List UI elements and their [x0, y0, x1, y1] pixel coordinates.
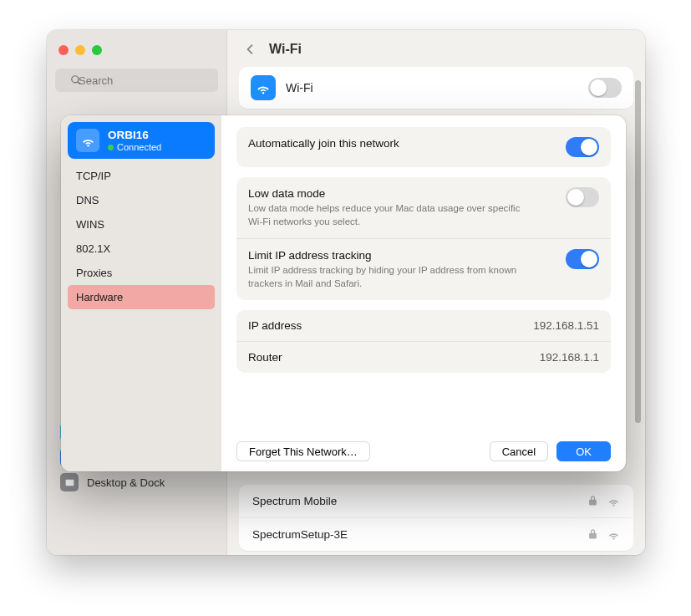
sheet-tab-hardware[interactable]: Hardware — [68, 285, 215, 309]
forget-network-button[interactable]: Forget This Network… — [236, 441, 370, 461]
lock-icon — [587, 495, 599, 507]
network-row[interactable]: SpectrumSetup-3E — [239, 517, 633, 551]
ssid-name: ORBI16 — [108, 129, 161, 142]
scrollbar[interactable] — [635, 80, 641, 423]
limit-ip-desc: Limit IP address tracking by hiding your… — [248, 264, 532, 290]
other-networks-card: Spectrum Mobile SpectrumSetup-3E — [239, 485, 633, 551]
sheet-footer: Forget This Network… Cancel OK — [236, 441, 611, 461]
lock-icon — [587, 528, 599, 541]
fullscreen-window-button[interactable] — [92, 45, 102, 55]
wifi-signal-icon — [607, 528, 620, 541]
minimize-window-button[interactable] — [75, 45, 85, 55]
wifi-signal-icon — [607, 495, 620, 507]
status-dot-icon — [108, 145, 114, 150]
ip-info-panel: IP address 192.168.1.51 Router 192.168.1… — [236, 310, 611, 373]
sheet-tab-proxies[interactable]: Proxies — [68, 261, 215, 285]
ip-address-label: IP address — [248, 319, 302, 332]
router-value: 192.168.1.1 — [540, 351, 599, 364]
sheet-content: Automatically join this network Low data… — [221, 115, 626, 471]
sheet-tab-8021x[interactable]: 802.1X — [68, 237, 215, 261]
back-button[interactable] — [242, 42, 257, 57]
search-icon — [70, 74, 82, 86]
limit-ip-label: Limit IP address tracking — [248, 249, 532, 262]
close-window-button[interactable] — [58, 45, 69, 55]
wifi-master-toggle[interactable] — [588, 78, 622, 98]
sheet-network-header[interactable]: ORBI16 Connected — [68, 122, 215, 159]
sidebar-item-desktop-dock[interactable]: Desktop & Dock — [53, 470, 220, 495]
network-details-sheet: ORBI16 Connected TCP/IPDNSWINS802.1XProx… — [61, 115, 626, 471]
low-data-desc: Low data mode helps reduce your Mac data… — [248, 202, 532, 228]
wifi-master-card: Wi-Fi — [239, 67, 633, 109]
wifi-icon — [251, 75, 276, 100]
auto-join-label: Automatically join this network — [248, 137, 399, 150]
wifi-label: Wi-Fi — [286, 81, 313, 94]
connection-status: Connected — [108, 142, 161, 152]
wifi-icon — [76, 129, 99, 152]
network-row[interactable]: Spectrum Mobile — [239, 485, 633, 517]
window-controls — [47, 42, 226, 69]
sheet-tab-tcpip[interactable]: TCP/IP — [68, 164, 215, 188]
sidebar-item-label: Desktop & Dock — [87, 476, 165, 489]
limit-ip-toggle[interactable] — [566, 249, 599, 269]
ok-button[interactable]: OK — [556, 441, 611, 461]
search-field-wrap — [55, 69, 218, 92]
dock-icon — [60, 473, 79, 491]
network-name: SpectrumSetup-3E — [252, 528, 348, 541]
ip-address-value: 192.168.1.51 — [533, 319, 599, 332]
auto-join-toggle[interactable] — [566, 137, 599, 157]
data-options-panel: Low data mode Low data mode helps reduce… — [236, 177, 611, 300]
sheet-sidebar: ORBI16 Connected TCP/IPDNSWINS802.1XProx… — [61, 115, 221, 471]
auto-join-panel: Automatically join this network — [236, 127, 611, 167]
page-title: Wi-Fi — [269, 42, 302, 57]
network-name: Spectrum Mobile — [252, 495, 337, 507]
low-data-label: Low data mode — [248, 187, 532, 200]
cancel-button[interactable]: Cancel — [490, 441, 548, 461]
main-header: Wi-Fi — [227, 30, 645, 64]
router-label: Router — [248, 351, 282, 364]
sheet-tab-dns[interactable]: DNS — [68, 188, 215, 212]
sheet-tab-wins[interactable]: WINS — [68, 212, 215, 237]
low-data-toggle[interactable] — [566, 187, 599, 207]
